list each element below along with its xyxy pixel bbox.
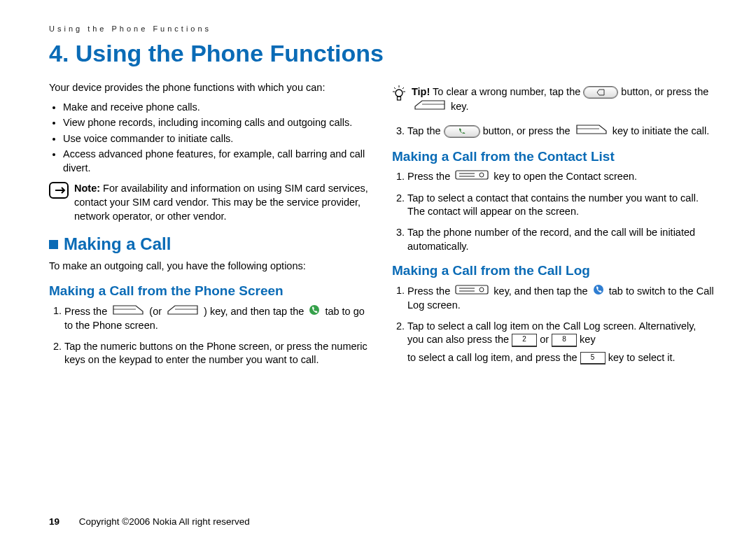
step-text: key to select it.	[608, 352, 676, 363]
tip-label: Tip!	[412, 86, 430, 97]
tip-lightbulb-icon	[392, 85, 406, 106]
tip-text: button, or press the	[621, 86, 708, 97]
list-item: Tap the phone number of the record, and …	[407, 226, 714, 253]
feature-bullet-list: Make and receive phone calls. View phone…	[49, 101, 371, 176]
step-text: ) key, and then tap the	[204, 305, 307, 316]
contact-list-steps: Press the key to open the Contact screen…	[392, 169, 714, 253]
copyright-text: Copyright ©2006 Nokia All right reserved	[79, 516, 250, 527]
left-column: Your device provides the phone functions…	[49, 78, 371, 374]
svg-rect-17	[456, 285, 488, 294]
page-footer: 19 Copyright ©2006 Nokia All right reser…	[49, 516, 250, 527]
phone-tab-icon	[309, 304, 320, 320]
step-text: key to initiate the call.	[612, 125, 710, 136]
softkey-left-icon	[575, 124, 608, 139]
note-icon	[49, 182, 69, 203]
contacts-key-icon	[455, 169, 489, 185]
h3-call-log: Making a Call from the Call Log	[392, 262, 714, 280]
two-column-layout: Your device provides the phone functions…	[49, 78, 714, 374]
tip-text: To clear a wrong number, tap the	[430, 86, 583, 97]
h3-phone-screen: Making a Call from the Phone Screen	[49, 282, 371, 300]
step-text: Press the	[407, 171, 453, 182]
chapter-number: 4.	[49, 40, 69, 66]
h3-contact-list: Making a Call from the Contact List	[392, 148, 714, 166]
tip-text: key.	[451, 100, 469, 111]
svg-point-9	[396, 90, 402, 97]
svg-line-6	[402, 87, 404, 89]
page-container: Using the Phone Functions 4. Using the P…	[0, 0, 756, 545]
chapter-title-text: Using the Phone Functions	[76, 40, 384, 66]
softkey-right-icon	[167, 304, 199, 320]
running-head: Using the Phone Functions	[49, 24, 714, 33]
step-text: or	[540, 334, 552, 345]
numkey-2-icon: 2	[512, 334, 537, 347]
list-item: Tap to select a call log item on the Cal…	[407, 320, 714, 365]
contacts-key-icon	[455, 284, 489, 299]
intro-text: Your device provides the phone functions…	[49, 81, 371, 95]
call-log-steps: Press the key, and then tap the tab to s…	[392, 284, 714, 365]
phone-screen-steps: Press the (or ) key, and then tap the ta…	[49, 304, 371, 367]
svg-point-21	[594, 285, 603, 295]
list-item: Make and receive phone calls.	[63, 101, 371, 115]
svg-rect-10	[398, 97, 401, 100]
list-item: Press the key, and then tap the tab to s…	[407, 284, 714, 313]
list-item: View phone records, including incoming c…	[63, 116, 371, 130]
svg-line-5	[394, 87, 396, 89]
step-text: key to open the Contact screen.	[493, 171, 637, 182]
svg-rect-13	[456, 171, 488, 179]
numkey-5-icon: 5	[580, 352, 606, 365]
list-item: Tap to select a contact that contains th…	[407, 192, 714, 219]
call-log-tab-icon	[593, 284, 604, 299]
list-item: Press the (or ) key, and then tap the ta…	[64, 304, 371, 333]
step-text: Press the	[64, 305, 110, 316]
step-text: Press the	[407, 285, 453, 296]
step-text: to select a call log item, and press the	[407, 352, 580, 363]
list-item: Access advanced phone features, for exam…	[63, 148, 371, 175]
list-item: Press the key to open the Contact screen…	[407, 169, 714, 185]
step-text: key, and then tap the	[493, 285, 590, 296]
h2-text: Making a Call	[64, 233, 171, 255]
softkey-left-icon	[112, 304, 144, 320]
note-block: Note: For availability and information o…	[49, 182, 371, 223]
backspace-button-icon	[583, 86, 618, 99]
making-call-intro: To make an outgoing call, you have the f…	[49, 260, 371, 274]
note-body: For availability and information on usin…	[74, 183, 368, 221]
softkey-right-icon	[414, 99, 446, 115]
section-making-a-call: Making a Call	[49, 233, 371, 255]
note-text-container: Note: For availability and information o…	[74, 182, 371, 223]
step-text: key	[580, 334, 596, 345]
call-button-icon	[444, 125, 480, 138]
list-item: Use voice commander to initiate calls.	[63, 132, 371, 146]
note-label: Note:	[74, 183, 100, 194]
right-column: Tip! To clear a wrong number, tap the bu…	[392, 78, 714, 374]
page-number: 19	[49, 516, 59, 527]
step-text: button, or press the	[483, 125, 573, 136]
step-text: (or	[149, 305, 164, 316]
list-item: Tap the numeric buttons on the Phone scr…	[64, 340, 371, 367]
phone-screen-steps-cont: Tap the button, or press the key to init…	[392, 124, 714, 139]
list-item: Tap the button, or press the key to init…	[407, 124, 714, 139]
square-bullet-icon	[49, 240, 58, 249]
svg-point-3	[309, 305, 319, 315]
tip-block: Tip! To clear a wrong number, tap the bu…	[392, 85, 714, 114]
step-text: Tap the	[407, 125, 444, 136]
tip-text-container: Tip! To clear a wrong number, tap the bu…	[412, 85, 714, 114]
chapter-title: 4. Using the Phone Functions	[49, 40, 714, 67]
numkey-8-icon: 8	[552, 334, 577, 347]
